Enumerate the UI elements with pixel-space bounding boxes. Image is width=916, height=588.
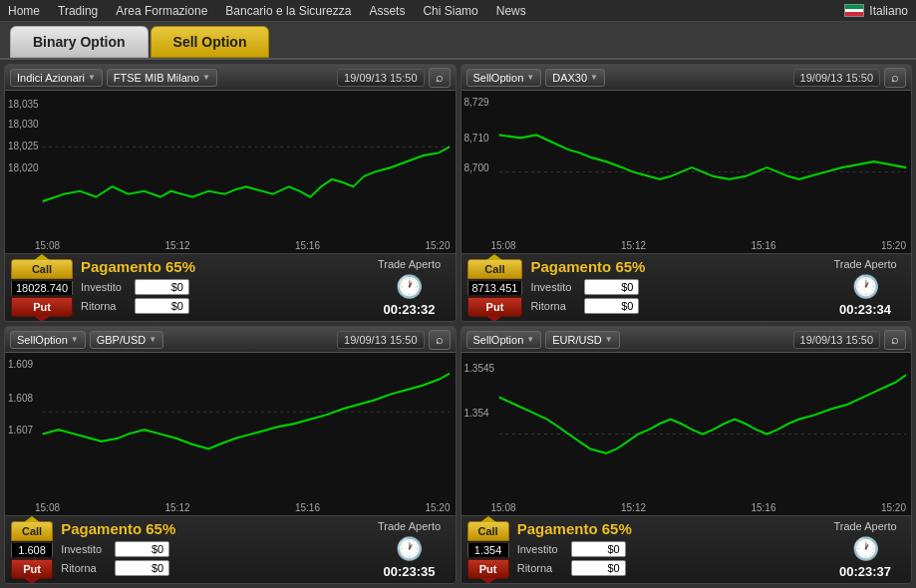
widget-2-ritorna-input[interactable] xyxy=(584,298,639,314)
widget-1-clock-icon: 🕐 xyxy=(370,274,450,300)
widget-3-ritorna-input[interactable] xyxy=(115,560,169,576)
widget-1-call-btn[interactable]: Call xyxy=(11,259,73,279)
w1-x-labels: 15:08 15:12 15:16 15:20 xyxy=(35,240,451,251)
widget-2: SellOption DAX30 19/09/13 15:50 ⌕ 8,729 … xyxy=(460,64,913,322)
widget-4: SellOption EUR/USD 19/09/13 15:50 ⌕ 1.35… xyxy=(460,326,913,584)
widget-3-trade-label: Trade Aperto xyxy=(370,520,450,532)
nav-area-formazione[interactable]: Area Formazione xyxy=(116,4,207,18)
flag-icon xyxy=(844,4,864,17)
widget-4-dropdown2[interactable]: EUR/USD xyxy=(545,331,619,349)
widget-3-chart: 1.609 1.608 1.607 15:08 15:12 15:16 15:2… xyxy=(5,353,456,515)
widget-4-payment-title: Pagamento 65% xyxy=(517,520,817,537)
widget-3-date: 19/09/13 15:50 xyxy=(337,331,424,349)
widget-2-investito-input[interactable] xyxy=(584,279,639,295)
widget-2-ritorna-row: Ritorna xyxy=(530,298,817,314)
widget-4-clock-icon: 🕐 xyxy=(825,536,905,562)
widget-2-magnify[interactable]: ⌕ xyxy=(884,68,906,88)
widget-1-dropdown2[interactable]: FTSE MIB Milano xyxy=(107,69,217,87)
nav-home[interactable]: Home xyxy=(8,4,40,18)
widget-3-call-btn[interactable]: Call xyxy=(11,521,53,541)
widget-3-dropdown1[interactable]: SellOption xyxy=(10,331,86,349)
language-selector[interactable]: Italiano xyxy=(844,4,908,18)
widget-2-ritorna-label: Ritorna xyxy=(530,300,580,312)
widget-1-ritorna-row: Ritorna xyxy=(81,298,362,314)
widget-3-magnify[interactable]: ⌕ xyxy=(429,330,451,350)
widget-4-trade: Trade Aperto 🕐 00:23:37 xyxy=(825,520,905,579)
widget-1-call-put: Call 18028.740 Put xyxy=(11,259,73,317)
tabs-bar: Binary Option Sell Option xyxy=(0,22,916,60)
widget-2-payment: Pagamento 65% Investito Ritorna xyxy=(530,258,817,317)
w4-x-labels: 15:08 15:12 15:16 15:20 xyxy=(491,502,907,513)
widget-4-timer: 00:23:37 xyxy=(825,564,905,579)
nav-news[interactable]: News xyxy=(496,4,526,18)
widget-1-dropdown1[interactable]: Indici Azionari xyxy=(10,69,103,87)
widget-2-trade-label: Trade Aperto xyxy=(825,258,905,270)
widget-3-put-btn[interactable]: Put xyxy=(11,559,53,579)
widget-2-timer: 00:23:34 xyxy=(825,302,905,317)
widget-4-call-btn[interactable]: Call xyxy=(467,521,509,541)
widget-2-dropdown1[interactable]: SellOption xyxy=(466,69,542,87)
widget-2-put-btn[interactable]: Put xyxy=(467,297,523,317)
nav-chi-siamo[interactable]: Chi Siamo xyxy=(423,4,477,18)
widget-4-investito-row: Investito xyxy=(517,541,817,557)
widget-1-investito-row: Investito xyxy=(81,279,362,295)
nav-trading[interactable]: Trading xyxy=(58,4,98,18)
widget-3-investito-row: Investito xyxy=(61,541,361,557)
widget-2-call-btn[interactable]: Call xyxy=(467,259,523,279)
widget-1-controls: Call 18028.740 Put Pagamento 65% Investi… xyxy=(5,253,456,321)
widget-4-dropdown1[interactable]: SellOption xyxy=(466,331,542,349)
widget-2-payment-title: Pagamento 65% xyxy=(530,258,817,275)
nav-assets[interactable]: Assets xyxy=(369,4,405,18)
widget-3-trade: Trade Aperto 🕐 00:23:35 xyxy=(370,520,450,579)
widget-1-investito-label: Investito xyxy=(81,281,131,293)
widget-3-ritorna-row: Ritorna xyxy=(61,560,361,576)
widget-1-trade: Trade Aperto 🕐 00:23:32 xyxy=(370,258,450,317)
widget-2-chart: 8,729 8,710 8,700 15:08 15:12 15:16 15:2… xyxy=(461,91,912,253)
widget-4-header: SellOption EUR/USD 19/09/13 15:50 ⌕ xyxy=(461,327,912,353)
nav-bancario[interactable]: Bancario e la Sicurezza xyxy=(225,4,351,18)
widget-1-investito-input[interactable] xyxy=(135,279,189,295)
widget-3-payment-title: Pagamento 65% xyxy=(61,520,361,537)
widget-1-timer: 00:23:32 xyxy=(370,302,450,317)
w2-x-labels: 15:08 15:12 15:16 15:20 xyxy=(491,240,907,251)
widget-1-trade-label: Trade Aperto xyxy=(370,258,450,270)
widget-2-header: SellOption DAX30 19/09/13 15:50 ⌕ xyxy=(461,65,912,91)
widget-1-header: Indici Azionari FTSE MIB Milano 19/09/13… xyxy=(5,65,456,91)
widget-3-ritorna-label: Ritorna xyxy=(61,562,111,574)
widget-3-investito-label: Investito xyxy=(61,543,111,555)
widget-3-dropdown2[interactable]: GBP/USD xyxy=(90,331,163,349)
widget-3-header: SellOption GBP/USD 19/09/13 15:50 ⌕ xyxy=(5,327,456,353)
widget-3-payment: Pagamento 65% Investito Ritorna xyxy=(61,520,361,579)
widget-2-trade: Trade Aperto 🕐 00:23:34 xyxy=(825,258,905,317)
widget-2-controls: Call 8713.451 Put Pagamento 65% Investit… xyxy=(461,253,912,321)
widget-2-investito-row: Investito xyxy=(530,279,817,295)
widget-4-payment: Pagamento 65% Investito Ritorna xyxy=(517,520,817,579)
widget-1-payment-title: Pagamento 65% xyxy=(81,258,362,275)
widget-3-timer: 00:23:35 xyxy=(370,564,450,579)
tab-sell-option[interactable]: Sell Option xyxy=(151,26,270,58)
widget-1-magnify[interactable]: ⌕ xyxy=(429,68,451,88)
widget-1: Indici Azionari FTSE MIB Milano 19/09/13… xyxy=(4,64,457,322)
widget-1-ritorna-input[interactable] xyxy=(135,298,189,314)
widget-4-trade-label: Trade Aperto xyxy=(825,520,905,532)
widget-1-payment: Pagamento 65% Investito Ritorna xyxy=(81,258,362,317)
tab-binary-option[interactable]: Binary Option xyxy=(10,26,149,58)
widget-4-ritorna-input[interactable] xyxy=(571,560,626,576)
main-grid: Indici Azionari FTSE MIB Milano 19/09/13… xyxy=(0,60,916,588)
widget-4-investito-input[interactable] xyxy=(571,541,626,557)
widget-3-investito-input[interactable] xyxy=(115,541,169,557)
widget-2-dropdown2[interactable]: DAX30 xyxy=(545,69,605,87)
widget-3-controls: Call 1.608 Put Pagamento 65% Investito R… xyxy=(5,515,456,583)
widget-1-put-btn[interactable]: Put xyxy=(11,297,73,317)
w3-x-labels: 15:08 15:12 15:16 15:20 xyxy=(35,502,451,513)
widget-2-call-put: Call 8713.451 Put xyxy=(467,259,523,317)
widget-4-put-btn[interactable]: Put xyxy=(467,559,509,579)
widget-3: SellOption GBP/USD 19/09/13 15:50 ⌕ 1.60… xyxy=(4,326,457,584)
widget-4-date: 19/09/13 15:50 xyxy=(793,331,880,349)
widget-4-price: 1.354 xyxy=(467,543,509,557)
widget-4-magnify[interactable]: ⌕ xyxy=(884,330,906,350)
lang-label: Italiano xyxy=(869,4,908,18)
widget-3-price: 1.608 xyxy=(11,543,53,557)
widget-2-clock-icon: 🕐 xyxy=(825,274,905,300)
widget-2-investito-label: Investito xyxy=(530,281,580,293)
